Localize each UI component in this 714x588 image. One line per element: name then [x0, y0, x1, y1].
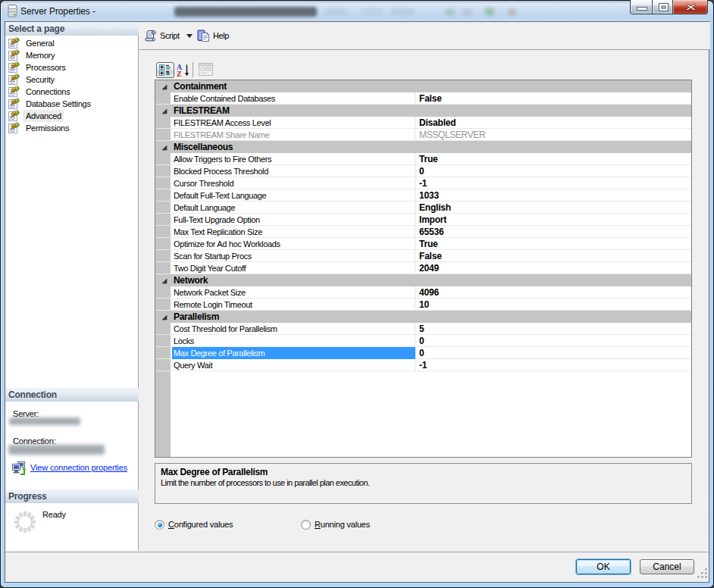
svg-text:Z: Z	[177, 70, 182, 77]
